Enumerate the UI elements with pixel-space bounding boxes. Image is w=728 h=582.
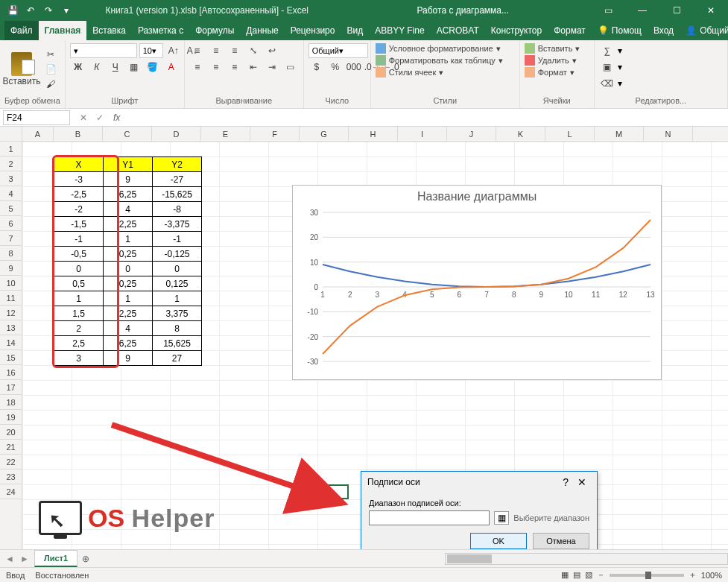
table-cell[interactable]: -2,5 [54, 187, 104, 202]
worksheet-grid[interactable]: 123456789101112131415161718192021222324 … [0, 127, 728, 554]
table-cell[interactable]: 9 [104, 351, 153, 366]
ribbon-options-icon[interactable]: ▭ [591, 0, 625, 21]
tab-help[interactable]: 💡Помощ [592, 21, 648, 40]
row-header[interactable]: 22 [0, 455, 22, 469]
tab-home[interactable]: Главная [39, 21, 87, 40]
tab-design[interactable]: Конструктор [485, 21, 548, 40]
table-cell[interactable]: -0,5 [54, 247, 104, 262]
wrap-text-icon[interactable]: ↩ [264, 43, 280, 58]
row-header[interactable]: 12 [0, 306, 22, 320]
add-sheet-icon[interactable]: ⊕ [77, 554, 94, 564]
close-icon[interactable]: ✕ [694, 0, 728, 21]
row-header[interactable]: 1 [0, 142, 22, 156]
cancel-button[interactable]: Отмена [533, 533, 589, 549]
column-header[interactable]: J [447, 127, 496, 141]
table-cell[interactable]: 2 [54, 321, 104, 336]
row-header[interactable]: 6 [0, 216, 22, 231]
qat-dropdown-icon[interactable]: ▾ [58, 2, 75, 19]
row-header[interactable]: 5 [0, 201, 22, 216]
dialog-close-icon[interactable]: ✕ [573, 476, 591, 488]
table-cell[interactable]: 1 [104, 291, 153, 306]
share-button[interactable]: 👤Общий доступ [680, 21, 728, 40]
paste-button[interactable]: Вставить [4, 52, 39, 86]
column-header[interactable]: G [300, 127, 349, 141]
fill-icon[interactable]: ▣ [599, 60, 615, 75]
row-header[interactable]: 4 [0, 186, 22, 201]
table-cell[interactable]: -3,375 [153, 217, 202, 232]
tab-file[interactable]: Файл [4, 21, 39, 40]
row-header[interactable]: 7 [0, 231, 22, 246]
tab-insert[interactable]: Вставка [86, 21, 132, 40]
underline-button[interactable]: Ч [107, 60, 124, 75]
table-cell[interactable]: 3 [54, 351, 104, 366]
table-cell[interactable]: -8 [153, 202, 202, 217]
cells-area[interactable]: XY1Y2-39-27-2,56,25-15,625-24-8-1,52,25-… [22, 142, 728, 554]
font-color-icon[interactable]: A [163, 60, 180, 75]
table-cell[interactable]: 6,25 [104, 187, 153, 202]
minimize-icon[interactable]: — [625, 0, 659, 21]
currency-icon[interactable]: $ [308, 60, 325, 75]
table-cell[interactable]: 2,5 [54, 336, 104, 351]
row-header[interactable]: 13 [0, 320, 22, 335]
table-cell[interactable]: 3,375 [153, 306, 202, 321]
row-header[interactable]: 9 [0, 261, 22, 276]
save-icon[interactable]: 💾 [4, 2, 21, 19]
column-header[interactable]: C [103, 127, 152, 141]
column-header[interactable]: I [398, 127, 447, 141]
fx-icon[interactable]: fx [110, 113, 123, 123]
tab-review[interactable]: Рецензиро [285, 21, 341, 40]
column-header[interactable]: A [22, 127, 54, 141]
indent-increase-icon[interactable]: ⇥ [264, 60, 280, 75]
table-header[interactable]: Y1 [104, 157, 153, 172]
table-cell[interactable]: 8 [153, 321, 202, 336]
align-middle-icon[interactable]: ≡ [208, 43, 224, 58]
column-header[interactable]: B [54, 127, 103, 141]
row-header[interactable]: 8 [0, 246, 22, 261]
table-cell[interactable]: 4 [104, 321, 153, 336]
table-cell[interactable]: 0,25 [104, 247, 153, 262]
row-header[interactable]: 23 [0, 469, 22, 484]
format-as-table-button[interactable]: Форматировать как таблицу ▾ [376, 55, 503, 66]
cell-styles-button[interactable]: Стили ячеек ▾ [376, 67, 443, 78]
row-header[interactable]: 21 [0, 440, 22, 455]
bold-button[interactable]: Ж [70, 60, 86, 75]
table-cell[interactable]: 2,25 [104, 306, 153, 321]
italic-button[interactable]: К [89, 60, 105, 75]
table-cell[interactable]: 0,125 [153, 276, 202, 291]
table-cell[interactable]: 2,25 [104, 217, 153, 232]
table-cell[interactable]: 15,625 [153, 336, 202, 351]
column-header[interactable]: L [545, 127, 595, 141]
row-header[interactable]: 3 [0, 171, 22, 186]
tab-format[interactable]: Формат [548, 21, 592, 40]
format-painter-icon[interactable]: 🖌 [43, 78, 58, 91]
table-cell[interactable]: -1,5 [54, 217, 104, 232]
table-cell[interactable]: 0 [104, 262, 153, 276]
grow-font-icon[interactable]: A↑ [165, 43, 182, 58]
row-header[interactable]: 14 [0, 335, 22, 350]
tab-abbyy[interactable]: ABBYY Fine [369, 21, 430, 40]
horizontal-scrollbar[interactable] [445, 553, 728, 565]
ok-button[interactable]: OK [470, 533, 527, 549]
name-box[interactable] [3, 110, 70, 125]
row-header[interactable]: 18 [0, 395, 22, 410]
table-cell[interactable]: -1 [153, 232, 202, 247]
table-header[interactable]: X [54, 157, 104, 172]
table-cell[interactable]: 1 [153, 291, 202, 306]
percent-icon[interactable]: % [327, 60, 344, 75]
undo-icon[interactable]: ↶ [22, 2, 39, 19]
table-cell[interactable]: 4 [104, 202, 153, 217]
border-icon[interactable]: ▦ [126, 60, 142, 75]
autosum-icon[interactable]: ∑ [599, 43, 615, 58]
conditional-formatting-button[interactable]: Условное форматирование ▾ [376, 43, 501, 54]
align-right-icon[interactable]: ≡ [227, 60, 243, 75]
comma-icon[interactable]: 000 [346, 60, 362, 75]
range-picker-icon[interactable]: ▦ [494, 511, 509, 525]
zoom-out-icon[interactable]: － [597, 569, 605, 581]
row-header[interactable]: 24 [0, 484, 22, 499]
table-cell[interactable]: 1 [54, 291, 104, 306]
table-cell[interactable]: 0 [153, 262, 202, 276]
row-header[interactable]: 20 [0, 425, 22, 440]
column-header[interactable]: N [644, 127, 693, 141]
table-cell[interactable]: 0,25 [104, 276, 153, 291]
column-header[interactable]: E [201, 127, 250, 141]
